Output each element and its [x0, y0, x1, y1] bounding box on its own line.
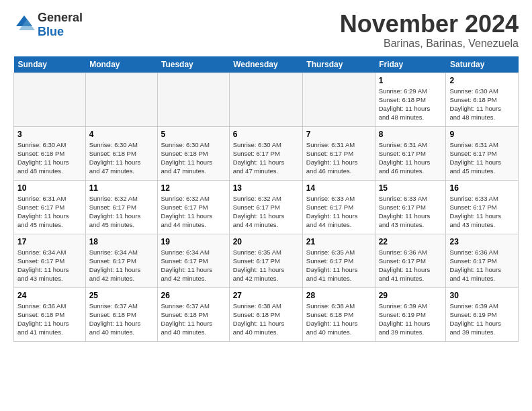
calendar-cell: 7Sunrise: 6:31 AM Sunset: 6:17 PM Daylig…	[302, 126, 375, 180]
calendar-cell: 9Sunrise: 6:31 AM Sunset: 6:17 PM Daylig…	[446, 126, 519, 180]
calendar-cell: 3Sunrise: 6:30 AM Sunset: 6:18 PM Daylig…	[14, 126, 86, 180]
day-number: 30	[449, 291, 515, 300]
calendar-cell	[302, 73, 375, 126]
day-number: 23	[449, 237, 515, 246]
calendar-table: Sunday Monday Tuesday Wednesday Thursday…	[13, 56, 519, 342]
calendar-cell: 10Sunrise: 6:31 AM Sunset: 6:17 PM Dayli…	[14, 180, 86, 234]
day-number: 14	[306, 183, 371, 193]
day-number: 10	[17, 183, 82, 193]
day-detail: Sunrise: 6:35 AM Sunset: 6:17 PM Dayligh…	[233, 248, 299, 283]
day-number: 12	[161, 183, 226, 193]
calendar-cell: 5Sunrise: 6:30 AM Sunset: 6:18 PM Daylig…	[157, 126, 229, 180]
header-row: General Blue November 2024 Barinas, Bari…	[13, 11, 519, 50]
day-detail: Sunrise: 6:37 AM Sunset: 6:18 PM Dayligh…	[89, 302, 154, 337]
header-friday: Friday	[375, 56, 446, 73]
calendar-cell: 17Sunrise: 6:34 AM Sunset: 6:17 PM Dayli…	[14, 234, 86, 287]
day-number: 8	[379, 130, 443, 139]
week-row-4: 17Sunrise: 6:34 AM Sunset: 6:17 PM Dayli…	[14, 234, 519, 287]
day-number: 25	[89, 291, 154, 300]
day-detail: Sunrise: 6:35 AM Sunset: 6:17 PM Dayligh…	[306, 248, 371, 283]
day-number: 28	[306, 291, 371, 300]
day-number: 13	[233, 183, 299, 193]
logo-icon	[13, 13, 35, 37]
day-detail: Sunrise: 6:32 AM Sunset: 6:17 PM Dayligh…	[233, 194, 299, 230]
day-detail: Sunrise: 6:36 AM Sunset: 6:17 PM Dayligh…	[449, 248, 515, 283]
week-row-3: 10Sunrise: 6:31 AM Sunset: 6:17 PM Dayli…	[14, 180, 519, 234]
logo-general: General	[38, 11, 83, 24]
day-number: 24	[17, 291, 82, 300]
calendar-cell: 25Sunrise: 6:37 AM Sunset: 6:18 PM Dayli…	[85, 287, 157, 341]
calendar-cell: 26Sunrise: 6:37 AM Sunset: 6:18 PM Dayli…	[157, 287, 229, 341]
day-number: 16	[449, 183, 515, 193]
calendar-cell: 23Sunrise: 6:36 AM Sunset: 6:17 PM Dayli…	[446, 234, 519, 287]
logo: General Blue	[13, 11, 83, 39]
day-detail: Sunrise: 6:30 AM Sunset: 6:18 PM Dayligh…	[17, 140, 82, 176]
week-row-2: 3Sunrise: 6:30 AM Sunset: 6:18 PM Daylig…	[14, 126, 519, 180]
main-title: November 2024	[340, 11, 519, 38]
day-detail: Sunrise: 6:36 AM Sunset: 6:17 PM Dayligh…	[379, 248, 443, 283]
day-number: 17	[17, 237, 82, 246]
calendar-cell: 13Sunrise: 6:32 AM Sunset: 6:17 PM Dayli…	[229, 180, 302, 234]
day-detail: Sunrise: 6:30 AM Sunset: 6:18 PM Dayligh…	[161, 140, 226, 176]
calendar-cell: 21Sunrise: 6:35 AM Sunset: 6:17 PM Dayli…	[302, 234, 375, 287]
day-number: 1	[379, 76, 443, 85]
calendar-cell: 11Sunrise: 6:32 AM Sunset: 6:17 PM Dayli…	[85, 180, 157, 234]
day-number: 20	[233, 237, 299, 246]
day-detail: Sunrise: 6:29 AM Sunset: 6:18 PM Dayligh…	[379, 87, 443, 122]
subtitle: Barinas, Barinas, Venezuela	[340, 38, 519, 50]
title-block: November 2024 Barinas, Barinas, Venezuel…	[340, 11, 519, 50]
calendar-cell: 14Sunrise: 6:33 AM Sunset: 6:17 PM Dayli…	[302, 180, 375, 234]
calendar-cell: 20Sunrise: 6:35 AM Sunset: 6:17 PM Dayli…	[229, 234, 302, 287]
calendar-cell: 8Sunrise: 6:31 AM Sunset: 6:17 PM Daylig…	[375, 126, 446, 180]
calendar-cell	[14, 73, 86, 126]
calendar-cell: 29Sunrise: 6:39 AM Sunset: 6:19 PM Dayli…	[375, 287, 446, 341]
day-number: 27	[233, 291, 299, 300]
header-tuesday: Tuesday	[157, 56, 229, 73]
day-number: 15	[379, 183, 443, 193]
day-detail: Sunrise: 6:37 AM Sunset: 6:18 PM Dayligh…	[161, 302, 226, 337]
calendar-cell: 1Sunrise: 6:29 AM Sunset: 6:18 PM Daylig…	[375, 73, 446, 126]
day-detail: Sunrise: 6:38 AM Sunset: 6:18 PM Dayligh…	[233, 302, 299, 337]
day-number: 29	[379, 291, 443, 300]
day-detail: Sunrise: 6:38 AM Sunset: 6:18 PM Dayligh…	[306, 302, 371, 337]
calendar-cell: 30Sunrise: 6:39 AM Sunset: 6:19 PM Dayli…	[446, 287, 519, 341]
day-detail: Sunrise: 6:30 AM Sunset: 6:18 PM Dayligh…	[449, 87, 515, 122]
day-detail: Sunrise: 6:31 AM Sunset: 6:17 PM Dayligh…	[449, 140, 515, 176]
day-detail: Sunrise: 6:32 AM Sunset: 6:17 PM Dayligh…	[89, 194, 154, 230]
day-detail: Sunrise: 6:36 AM Sunset: 6:18 PM Dayligh…	[17, 302, 82, 337]
day-number: 5	[161, 130, 226, 139]
day-detail: Sunrise: 6:34 AM Sunset: 6:17 PM Dayligh…	[17, 248, 82, 283]
day-detail: Sunrise: 6:39 AM Sunset: 6:19 PM Dayligh…	[449, 302, 515, 337]
calendar-header-row: Sunday Monday Tuesday Wednesday Thursday…	[14, 56, 519, 73]
page-container: General Blue November 2024 Barinas, Bari…	[0, 0, 532, 353]
calendar-cell: 6Sunrise: 6:30 AM Sunset: 6:17 PM Daylig…	[229, 126, 302, 180]
calendar-cell: 15Sunrise: 6:33 AM Sunset: 6:17 PM Dayli…	[375, 180, 446, 234]
day-number: 18	[89, 237, 154, 246]
week-row-5: 24Sunrise: 6:36 AM Sunset: 6:18 PM Dayli…	[14, 287, 519, 341]
calendar-cell: 24Sunrise: 6:36 AM Sunset: 6:18 PM Dayli…	[14, 287, 86, 341]
day-number: 9	[449, 130, 515, 139]
day-detail: Sunrise: 6:30 AM Sunset: 6:18 PM Dayligh…	[89, 140, 154, 176]
day-detail: Sunrise: 6:39 AM Sunset: 6:19 PM Dayligh…	[379, 302, 443, 337]
calendar-cell	[229, 73, 302, 126]
calendar-cell	[85, 73, 157, 126]
day-detail: Sunrise: 6:31 AM Sunset: 6:17 PM Dayligh…	[306, 140, 371, 176]
header-thursday: Thursday	[302, 56, 375, 73]
day-number: 4	[89, 130, 154, 139]
calendar-cell: 2Sunrise: 6:30 AM Sunset: 6:18 PM Daylig…	[446, 73, 519, 126]
header-sunday: Sunday	[14, 56, 86, 73]
day-detail: Sunrise: 6:31 AM Sunset: 6:17 PM Dayligh…	[379, 140, 443, 176]
day-number: 19	[161, 237, 226, 246]
day-number: 26	[161, 291, 226, 300]
day-number: 22	[379, 237, 443, 246]
day-detail: Sunrise: 6:34 AM Sunset: 6:17 PM Dayligh…	[161, 248, 226, 283]
calendar-cell: 22Sunrise: 6:36 AM Sunset: 6:17 PM Dayli…	[375, 234, 446, 287]
logo-text: General Blue	[38, 11, 83, 39]
day-detail: Sunrise: 6:33 AM Sunset: 6:17 PM Dayligh…	[306, 194, 371, 230]
header-wednesday: Wednesday	[229, 56, 302, 73]
calendar-cell: 12Sunrise: 6:32 AM Sunset: 6:17 PM Dayli…	[157, 180, 229, 234]
day-detail: Sunrise: 6:31 AM Sunset: 6:17 PM Dayligh…	[17, 194, 82, 230]
calendar-cell	[157, 73, 229, 126]
header-monday: Monday	[85, 56, 157, 73]
day-number: 11	[89, 183, 154, 193]
